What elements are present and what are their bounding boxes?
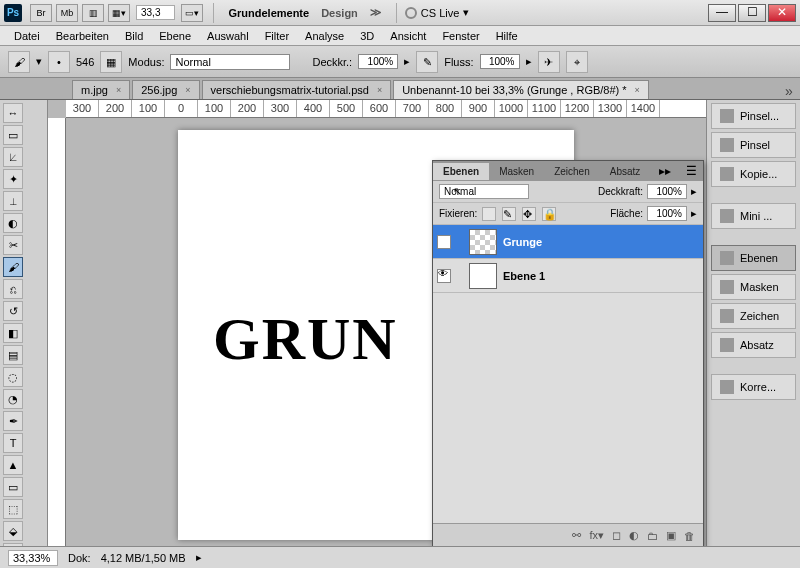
screen-mode-button[interactable]: ▥ xyxy=(82,4,104,22)
layer-mask-icon[interactable]: ◻ xyxy=(612,529,621,542)
cslive-button[interactable]: CS Live▾ xyxy=(405,6,470,19)
layer-thumbnail[interactable] xyxy=(469,229,497,255)
tabs-overflow-icon[interactable]: » xyxy=(778,83,800,99)
pressure-opacity-icon[interactable]: ✎ xyxy=(416,51,438,73)
lock-pixels-icon[interactable]: ✎ xyxy=(502,207,516,221)
path-select-tool[interactable]: ▲ xyxy=(3,455,23,475)
maximize-button[interactable]: ☐ xyxy=(738,4,766,22)
menu-hilfe[interactable]: Hilfe xyxy=(488,28,526,44)
options-bar: 🖌 ▾ • 546 ▦ Modus: Normal Deckkr.: 100% … xyxy=(0,46,800,78)
gradient-tool[interactable]: ▤ xyxy=(3,345,23,365)
pen-tool[interactable]: ✒ xyxy=(3,411,23,431)
menu-ebene[interactable]: Ebene xyxy=(151,28,199,44)
panel-button-kopie[interactable]: Kopie... xyxy=(711,161,796,187)
zoom-input[interactable]: 33,33% xyxy=(8,550,58,566)
adjustment-layer-icon[interactable]: ◐ xyxy=(629,529,639,542)
menu-bearbeiten[interactable]: Bearbeiten xyxy=(48,28,117,44)
layer-group-icon[interactable]: 🗀 xyxy=(647,530,658,542)
panel-button-zeichen[interactable]: Zeichen xyxy=(711,303,796,329)
lp-tab-zeichen[interactable]: Zeichen xyxy=(544,163,600,180)
eyedropper-tool[interactable]: ◐ xyxy=(3,213,23,233)
panel-button-mini [interactable]: Mini ... xyxy=(711,203,796,229)
visibility-icon[interactable] xyxy=(437,235,451,249)
brush-panel-icon[interactable]: ▦ xyxy=(100,51,122,73)
panel-more-icon[interactable]: ▸▸ xyxy=(653,164,677,178)
brush-preview-icon[interactable]: • xyxy=(48,51,70,73)
doc-tab[interactable]: 256.jpg× xyxy=(132,80,199,99)
layers-panel[interactable]: EbenenMaskenZeichenAbsatz ▸▸ ☰ Normal ↖ … xyxy=(432,160,704,548)
layer-fx-icon[interactable]: fx▾ xyxy=(589,529,604,542)
panel-button-masken[interactable]: Masken xyxy=(711,274,796,300)
panel-button-pinsel[interactable]: Pinsel xyxy=(711,132,796,158)
menu-bild[interactable]: Bild xyxy=(117,28,151,44)
zoom-dropdown[interactable]: 33,3 xyxy=(136,5,175,20)
dodge-tool[interactable]: ◔ xyxy=(3,389,23,409)
bridge-button[interactable]: Br xyxy=(30,4,52,22)
stamp-tool[interactable]: ⎌ xyxy=(3,279,23,299)
panel-menu-icon[interactable]: ☰ xyxy=(680,164,703,178)
lock-transparent-icon[interactable] xyxy=(482,207,496,221)
lock-all-icon[interactable]: 🔒 xyxy=(542,207,556,221)
layer-thumbnail[interactable] xyxy=(469,263,497,289)
panel-button-pinsel[interactable]: Pinsel... xyxy=(711,103,796,129)
close-tab-icon[interactable]: × xyxy=(377,85,382,95)
type-tool[interactable]: T xyxy=(3,433,23,453)
extras-button[interactable]: ▦▾ xyxy=(108,4,130,22)
airbrush-icon[interactable]: ✈ xyxy=(538,51,560,73)
layer-opacity-input[interactable]: 100% xyxy=(647,184,687,199)
workspace-grundelemente[interactable]: Grundelemente xyxy=(228,7,309,19)
panel-button-ebenen[interactable]: Ebenen xyxy=(711,245,796,271)
close-tab-icon[interactable]: × xyxy=(116,85,121,95)
minimize-button[interactable]: — xyxy=(708,4,736,22)
layer-row[interactable]: Grunge xyxy=(433,225,703,259)
patch-tool[interactable]: ✂ xyxy=(3,235,23,255)
blend-mode-dropdown[interactable]: Normal xyxy=(170,54,290,70)
doc-tab[interactable]: Unbenannt-10 bei 33,3% (Grunge , RGB/8#)… xyxy=(393,80,649,99)
lasso-tool[interactable]: ⟀ xyxy=(3,147,23,167)
lp-tab-ebenen[interactable]: Ebenen xyxy=(433,163,489,180)
link-layers-icon[interactable]: ⚯ xyxy=(572,529,581,542)
menu-analyse[interactable]: Analyse xyxy=(297,28,352,44)
blur-tool[interactable]: ◌ xyxy=(3,367,23,387)
menu-auswahl[interactable]: Auswahl xyxy=(199,28,257,44)
crop-tool[interactable]: ⟂ xyxy=(3,191,23,211)
arrange-button[interactable]: ▭▾ xyxy=(181,4,203,22)
delete-layer-icon[interactable]: 🗑 xyxy=(684,530,695,542)
menu-fenster[interactable]: Fenster xyxy=(434,28,487,44)
doc-tab[interactable]: m.jpg× xyxy=(72,80,130,99)
menu-filter[interactable]: Filter xyxy=(257,28,297,44)
new-layer-icon[interactable]: ▣ xyxy=(666,529,676,542)
close-tab-icon[interactable]: × xyxy=(635,85,640,95)
marquee-tool[interactable]: ▭ xyxy=(3,125,23,145)
3d-camera-tools[interactable]: ⬙ xyxy=(3,521,23,541)
doc-tab[interactable]: verschiebungsmatrix-tutorial.psd× xyxy=(202,80,392,99)
move-tool[interactable]: ↔ xyxy=(3,103,23,123)
workspace-more[interactable]: ≫ xyxy=(370,6,382,19)
layer-row[interactable]: Ebene 1 xyxy=(433,259,703,293)
close-tab-icon[interactable]: × xyxy=(185,85,190,95)
brush-tool[interactable]: 🖌 xyxy=(3,257,23,277)
3d-tools[interactable]: ⬚ xyxy=(3,499,23,519)
workspace-design[interactable]: Design xyxy=(321,7,358,19)
lp-tab-absatz[interactable]: Absatz xyxy=(600,163,651,180)
visibility-icon[interactable] xyxy=(437,269,451,283)
shape-tool[interactable]: ▭ xyxy=(3,477,23,497)
eraser-tool[interactable]: ◧ xyxy=(3,323,23,343)
fill-input[interactable]: 100% xyxy=(647,206,687,221)
lp-tab-masken[interactable]: Masken xyxy=(489,163,544,180)
history-brush-tool[interactable]: ↺ xyxy=(3,301,23,321)
menu-3d[interactable]: 3D xyxy=(352,28,382,44)
minibridge-button[interactable]: Mb xyxy=(56,4,78,22)
flow-input[interactable]: 100% xyxy=(480,54,520,69)
pressure-size-icon[interactable]: ⌖ xyxy=(566,51,588,73)
lock-position-icon[interactable]: ✥ xyxy=(522,207,536,221)
menu-datei[interactable]: Datei xyxy=(6,28,48,44)
brush-tool-icon[interactable]: 🖌 xyxy=(8,51,30,73)
close-button[interactable]: ✕ xyxy=(768,4,796,22)
panel-button-korre[interactable]: Korre... xyxy=(711,374,796,400)
menu-ansicht[interactable]: Ansicht xyxy=(382,28,434,44)
toolbox: ↔▭ ⟀✦ ⟂◐ ✂🖌 ⎌↺ ◧▤ ◌◔ ✒T ▲▭ ⬚⬙ ✋🔍 ◻ xyxy=(0,100,48,546)
wand-tool[interactable]: ✦ xyxy=(3,169,23,189)
opacity-input[interactable]: 100% xyxy=(358,54,398,69)
panel-button-absatz[interactable]: Absatz xyxy=(711,332,796,358)
